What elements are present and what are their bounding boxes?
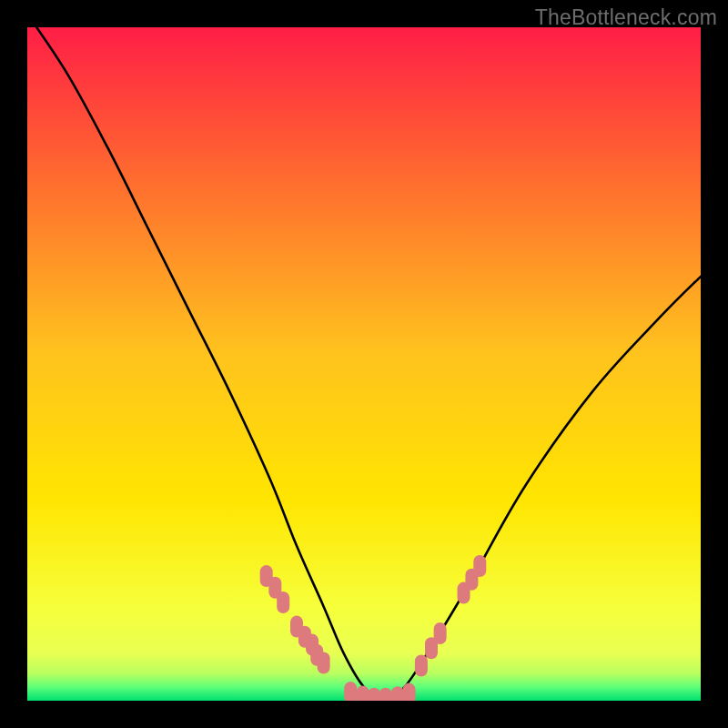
data-marker bbox=[379, 688, 392, 701]
data-marker bbox=[277, 592, 289, 613]
data-marker bbox=[434, 622, 447, 644]
gradient-background bbox=[27, 27, 701, 701]
data-marker bbox=[473, 555, 486, 577]
data-marker bbox=[318, 652, 330, 674]
data-marker bbox=[344, 682, 357, 701]
data-marker bbox=[368, 688, 380, 701]
data-marker bbox=[403, 683, 416, 701]
plot-area bbox=[27, 27, 701, 701]
chart-svg bbox=[27, 27, 701, 701]
watermark-text: TheBottleneck.com bbox=[535, 5, 717, 30]
data-marker bbox=[391, 686, 404, 701]
chart-frame: TheBottleneck.com bbox=[0, 0, 728, 728]
data-marker bbox=[357, 686, 369, 701]
data-marker bbox=[415, 655, 428, 677]
